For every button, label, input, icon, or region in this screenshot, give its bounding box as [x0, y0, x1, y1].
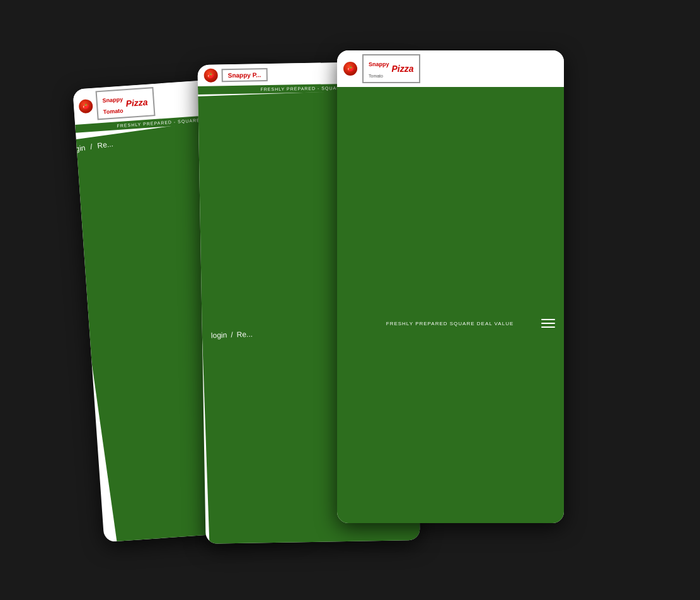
left-logo-mascot: 🍅	[78, 99, 93, 113]
mid-nav-sep: /	[231, 330, 233, 339]
left-logo-box: Snappy Tomato Pizza	[96, 87, 156, 120]
hamburger-icon[interactable]	[541, 319, 555, 328]
right-tagline-top: FRESHLY PREPARED SQUARE DEAL VALUE	[386, 321, 514, 326]
right-header-top: FRESHLY PREPARED SQUARE DEAL VALUE	[337, 87, 564, 523]
right-logo-mascot: 🍅	[343, 62, 357, 76]
mid-logo-text: Snappy P...	[228, 71, 261, 79]
mid-nav-register[interactable]: Re...	[236, 330, 253, 339]
mid-logo-box: Snappy P...	[222, 68, 268, 82]
right-logo-bar: 🍅 Snappy Tomato Pizza	[337, 50, 564, 87]
right-logo-box: Snappy Tomato Pizza	[362, 54, 420, 83]
left-logo-snappy: Snappy Tomato	[102, 93, 124, 117]
right-logo-text-block: Snappy Tomato	[369, 57, 389, 80]
phone-right: 🍅 Snappy Tomato Pizza FRESHLY PREPARED S…	[337, 50, 564, 523]
mid-logo-mascot: 🍅	[204, 68, 217, 82]
mid-nav-login[interactable]: login	[211, 331, 227, 340]
